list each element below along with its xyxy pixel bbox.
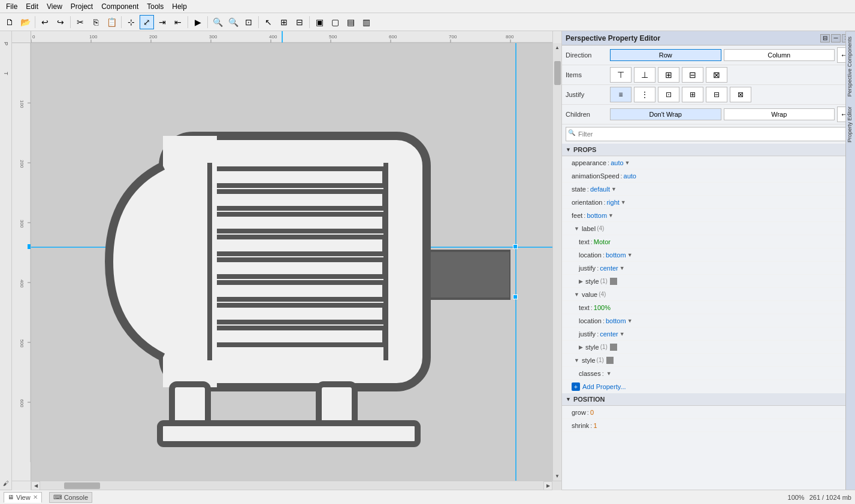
menu-view[interactable]: View [43,1,66,12]
menu-help[interactable]: Help [168,1,191,12]
view-tab[interactable]: 🖥 View ✕ [4,492,42,503]
label-expand-icon[interactable]: ▼ [574,226,579,232]
prop-style-group[interactable]: ▼ style (1) [562,354,855,367]
prop-label-group[interactable]: ▼ label (4) [562,222,855,235]
ruler-corner [12,31,31,43]
position-section-header[interactable]: ▼ POSITION [562,393,855,406]
pan2-button[interactable]: ⊟ [292,15,307,29]
new-button[interactable]: 🗋 [2,15,17,29]
play-button[interactable]: ▶ [191,15,205,29]
children-label: Children [566,111,608,118]
justify-btn-3[interactable]: ⊞ [682,87,703,102]
zoom-out-button[interactable]: 🔍 [226,15,240,29]
justify-btn-1[interactable]: ⋮ [634,87,655,102]
canvas-area[interactable] [31,43,552,481]
value-expand-icon[interactable]: ▼ [574,292,579,297]
pointer-button[interactable]: ↖ [261,15,276,29]
menu-file[interactable]: File [2,1,21,12]
scroll-left-arrow[interactable]: ◀ [31,481,40,490]
items-btn-3[interactable]: ⊟ [682,67,703,83]
menu-project[interactable]: Project [67,1,96,12]
appearance-dropdown-icon[interactable]: ▼ [625,160,630,166]
paste-button[interactable]: 📋 [104,15,119,29]
scrollbar-h-track[interactable] [40,481,543,490]
panel-restore-btn[interactable]: ⊟ [820,34,830,42]
scroll-thumb-v[interactable] [554,61,561,85]
justify-btn-4[interactable]: ⊟ [706,87,727,102]
label-style-expand-icon[interactable]: ▶ [579,278,583,284]
scroll-down-arrow[interactable]: ▼ [553,472,562,481]
state-dropdown-icon[interactable]: ▼ [611,186,617,192]
children-nowrap-btn[interactable]: Don't Wrap [610,108,721,120]
props-section-header[interactable]: ▼ PROPS [562,144,855,156]
svg-text:300: 300 [19,220,25,228]
style-expand-icon[interactable]: ▼ [574,357,579,363]
direction-row: Direction Row Column ↔ [562,45,855,65]
copy-button[interactable]: ⎘ [89,15,103,29]
scrollbar-vertical[interactable]: ▲ ▼ [552,43,561,481]
comp4-button[interactable]: ▥ [359,15,373,29]
route2-button[interactable]: ⇤ [171,15,185,29]
memory-usage: 261 / 1024 mb [809,494,851,501]
add-property-btn[interactable]: + Add Property... [562,380,855,393]
scroll-corner-right [552,481,561,490]
sidebar-tags-icon[interactable]: T [1,68,11,79]
select-button[interactable]: ⊹ [124,15,138,29]
pan1-button[interactable]: ⊞ [277,15,291,29]
vtab-property-editor[interactable]: Property Editor [846,102,855,147]
classes-dropdown-icon[interactable]: ▼ [606,371,612,377]
prop-grow: grow : 0 [562,406,855,419]
move-button[interactable]: ⤢ [140,15,154,29]
comp2-button[interactable]: ▢ [328,15,342,29]
prop-label-style[interactable]: ▶ style (1) [562,275,855,288]
view-tab-close-icon[interactable]: ✕ [33,494,38,500]
direction-row-btn[interactable]: Row [610,49,721,61]
open-button[interactable]: 📂 [18,15,32,29]
prop-value-text: text : 100% [562,301,855,314]
menu-tools[interactable]: Tools [143,1,167,12]
comp1-button[interactable]: ▣ [312,15,327,29]
sidebar-project-icon[interactable]: P [1,38,11,49]
items-btn-1[interactable]: ⊥ [634,67,655,83]
undo-button[interactable]: ↩ [38,15,52,29]
svg-text:500: 500 [19,339,25,348]
vtab-perspective-components[interactable]: Perspective Components [846,31,855,102]
route1-button[interactable]: ⇥ [155,15,170,29]
console-tab[interactable]: ⌨ Console [49,492,92,503]
scroll-right-arrow[interactable]: ▶ [543,481,552,490]
justify-btn-2[interactable]: ⊡ [658,87,679,102]
label-justify-dropdown-icon[interactable]: ▼ [620,265,625,271]
items-btn-4[interactable]: ⊠ [706,67,727,83]
scroll-up-arrow[interactable]: ▲ [553,43,562,52]
items-btn-0[interactable]: ⊤ [610,67,632,83]
feet-dropdown-icon[interactable]: ▼ [608,212,614,218]
value-style-expand-icon[interactable]: ▶ [579,344,583,350]
filter-row: 🔍 [562,125,855,144]
prop-value-style[interactable]: ▶ style (1) [562,341,855,354]
zoom-fit-button[interactable]: ⊡ [241,15,256,29]
justify-btn-5[interactable]: ⊠ [730,87,751,102]
style-paint-icon [606,357,614,364]
justify-btn-0[interactable]: ≡ [610,87,632,102]
comp3-button[interactable]: ▤ [343,15,358,29]
redo-button[interactable]: ↪ [53,15,68,29]
cut-button[interactable]: ✂ [73,15,87,29]
panel-minimize-btn[interactable]: ─ [831,34,841,42]
scroll-thumb-h[interactable] [64,482,100,489]
items-btn-2[interactable]: ⊞ [658,67,679,83]
prop-value-location: location : bottom ▼ [562,314,855,327]
value-location-dropdown-icon[interactable]: ▼ [627,318,633,324]
canvas-handle-top[interactable] [513,244,518,249]
sidebar-paint-icon[interactable]: 🖌 [1,478,11,488]
menu-edit[interactable]: Edit [22,1,42,12]
orientation-dropdown-icon[interactable]: ▼ [621,199,626,205]
canvas-handle-mid[interactable] [513,294,518,299]
prop-value-group[interactable]: ▼ value (4) [562,288,855,301]
direction-column-btn[interactable]: Column [724,49,835,61]
children-wrap-btn[interactable]: Wrap [724,108,835,120]
filter-input[interactable] [566,127,851,141]
zoom-in-button[interactable]: 🔍 [210,15,225,29]
label-location-dropdown-icon[interactable]: ▼ [627,252,633,258]
value-justify-dropdown-icon[interactable]: ▼ [620,331,625,337]
menu-component[interactable]: Component [98,1,142,12]
